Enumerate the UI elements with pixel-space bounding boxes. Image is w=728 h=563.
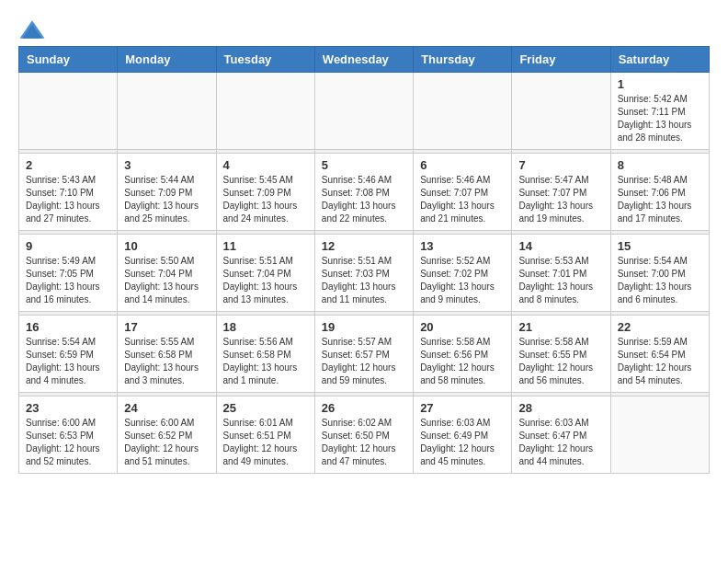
day-number: 6 [420, 158, 505, 172]
calendar-day: 8Sunrise: 5:48 AM Sunset: 7:06 PM Daylig… [610, 154, 709, 231]
day-info: Sunrise: 6:02 AM Sunset: 6:50 PM Dayligh… [322, 417, 406, 468]
day-number: 7 [518, 158, 603, 172]
page-header [18, 18, 710, 40]
day-info: Sunrise: 5:58 AM Sunset: 6:56 PM Dayligh… [420, 336, 505, 387]
day-info: Sunrise: 5:57 AM Sunset: 6:57 PM Dayligh… [322, 336, 406, 387]
calendar-day: 25Sunrise: 6:01 AM Sunset: 6:51 PM Dayli… [216, 396, 314, 474]
day-number: 5 [322, 158, 406, 172]
calendar-day: 6Sunrise: 5:46 AM Sunset: 7:07 PM Daylig… [414, 154, 512, 231]
calendar-week-row: 2Sunrise: 5:43 AM Sunset: 7:10 PM Daylig… [19, 154, 710, 231]
day-info: Sunrise: 5:49 AM Sunset: 7:05 PM Dayligh… [26, 255, 110, 306]
calendar-day [610, 396, 709, 474]
header-wednesday: Wednesday [314, 47, 413, 73]
day-number: 4 [223, 158, 308, 172]
header-saturday: Saturday [610, 47, 709, 73]
day-number: 15 [618, 239, 702, 253]
day-info: Sunrise: 5:52 AM Sunset: 7:02 PM Dayligh… [420, 255, 505, 306]
day-info: Sunrise: 6:01 AM Sunset: 6:51 PM Dayligh… [223, 417, 308, 468]
day-number: 27 [420, 401, 505, 415]
day-info: Sunrise: 5:53 AM Sunset: 7:01 PM Dayligh… [518, 255, 603, 306]
day-info: Sunrise: 6:03 AM Sunset: 6:49 PM Dayligh… [420, 417, 505, 468]
day-info: Sunrise: 5:43 AM Sunset: 7:10 PM Dayligh… [26, 174, 110, 225]
day-info: Sunrise: 5:51 AM Sunset: 7:04 PM Dayligh… [223, 255, 308, 306]
day-number: 16 [26, 320, 110, 334]
day-info: Sunrise: 5:56 AM Sunset: 6:58 PM Dayligh… [223, 336, 308, 387]
calendar-day: 15Sunrise: 5:54 AM Sunset: 7:00 PM Dayli… [610, 235, 709, 312]
day-number: 19 [322, 320, 406, 334]
day-number: 26 [322, 401, 406, 415]
day-info: Sunrise: 5:59 AM Sunset: 6:54 PM Dayligh… [618, 336, 702, 387]
day-info: Sunrise: 5:46 AM Sunset: 7:08 PM Dayligh… [322, 174, 406, 225]
day-info: Sunrise: 5:46 AM Sunset: 7:07 PM Dayligh… [420, 174, 505, 225]
day-number: 8 [618, 158, 702, 172]
day-number: 25 [223, 401, 308, 415]
calendar-day: 2Sunrise: 5:43 AM Sunset: 7:10 PM Daylig… [19, 154, 118, 231]
day-info: Sunrise: 5:45 AM Sunset: 7:09 PM Dayligh… [223, 174, 308, 225]
calendar-day: 1Sunrise: 5:42 AM Sunset: 7:11 PM Daylig… [610, 73, 709, 150]
calendar-day: 21Sunrise: 5:58 AM Sunset: 6:55 PM Dayli… [512, 316, 610, 393]
calendar-day: 24Sunrise: 6:00 AM Sunset: 6:52 PM Dayli… [118, 396, 216, 474]
logo [18, 18, 50, 40]
calendar-day [118, 73, 216, 150]
calendar-day [19, 73, 118, 150]
calendar-week-row: 16Sunrise: 5:54 AM Sunset: 6:59 PM Dayli… [19, 316, 710, 393]
calendar-day: 23Sunrise: 6:00 AM Sunset: 6:53 PM Dayli… [19, 396, 118, 474]
day-info: Sunrise: 5:55 AM Sunset: 6:58 PM Dayligh… [124, 336, 209, 387]
calendar-table: SundayMondayTuesdayWednesdayThursdayFrid… [18, 46, 710, 474]
calendar-day: 22Sunrise: 5:59 AM Sunset: 6:54 PM Dayli… [610, 316, 709, 393]
calendar-week-row: 1Sunrise: 5:42 AM Sunset: 7:11 PM Daylig… [19, 73, 710, 150]
day-info: Sunrise: 6:00 AM Sunset: 6:53 PM Dayligh… [26, 417, 110, 468]
calendar-day: 20Sunrise: 5:58 AM Sunset: 6:56 PM Dayli… [414, 316, 512, 393]
day-number: 10 [124, 239, 209, 253]
day-info: Sunrise: 5:42 AM Sunset: 7:11 PM Dayligh… [618, 93, 702, 144]
day-number: 9 [26, 239, 110, 253]
day-number: 28 [518, 401, 603, 415]
calendar-day: 4Sunrise: 5:45 AM Sunset: 7:09 PM Daylig… [216, 154, 314, 231]
calendar-day [512, 73, 610, 150]
day-number: 14 [518, 239, 603, 253]
day-number: 3 [124, 158, 209, 172]
calendar-day: 17Sunrise: 5:55 AM Sunset: 6:58 PM Dayli… [118, 316, 216, 393]
calendar-day: 27Sunrise: 6:03 AM Sunset: 6:49 PM Dayli… [414, 396, 512, 474]
calendar-day: 14Sunrise: 5:53 AM Sunset: 7:01 PM Dayli… [512, 235, 610, 312]
day-number: 2 [26, 158, 110, 172]
calendar-day: 3Sunrise: 5:44 AM Sunset: 7:09 PM Daylig… [118, 154, 216, 231]
calendar-day [414, 73, 512, 150]
logo-icon [18, 18, 46, 40]
day-number: 17 [124, 320, 209, 334]
day-info: Sunrise: 5:58 AM Sunset: 6:55 PM Dayligh… [518, 336, 603, 387]
calendar-day: 19Sunrise: 5:57 AM Sunset: 6:57 PM Dayli… [314, 316, 413, 393]
day-info: Sunrise: 5:47 AM Sunset: 7:07 PM Dayligh… [518, 174, 603, 225]
day-number: 20 [420, 320, 505, 334]
calendar-day: 9Sunrise: 5:49 AM Sunset: 7:05 PM Daylig… [19, 235, 118, 312]
day-info: Sunrise: 5:54 AM Sunset: 6:59 PM Dayligh… [26, 336, 110, 387]
calendar-header-row: SundayMondayTuesdayWednesdayThursdayFrid… [19, 47, 710, 73]
day-info: Sunrise: 5:48 AM Sunset: 7:06 PM Dayligh… [618, 174, 702, 225]
calendar-day [314, 73, 413, 150]
header-tuesday: Tuesday [216, 47, 314, 73]
day-info: Sunrise: 6:03 AM Sunset: 6:47 PM Dayligh… [518, 417, 603, 468]
calendar-day: 16Sunrise: 5:54 AM Sunset: 6:59 PM Dayli… [19, 316, 118, 393]
calendar-day: 13Sunrise: 5:52 AM Sunset: 7:02 PM Dayli… [414, 235, 512, 312]
day-number: 11 [223, 239, 308, 253]
day-number: 23 [26, 401, 110, 415]
day-info: Sunrise: 5:54 AM Sunset: 7:00 PM Dayligh… [618, 255, 702, 306]
header-sunday: Sunday [19, 47, 118, 73]
day-number: 21 [518, 320, 603, 334]
day-info: Sunrise: 5:44 AM Sunset: 7:09 PM Dayligh… [124, 174, 209, 225]
calendar-day: 11Sunrise: 5:51 AM Sunset: 7:04 PM Dayli… [216, 235, 314, 312]
header-thursday: Thursday [414, 47, 512, 73]
header-friday: Friday [512, 47, 610, 73]
header-monday: Monday [118, 47, 216, 73]
day-number: 24 [124, 401, 209, 415]
calendar-day: 5Sunrise: 5:46 AM Sunset: 7:08 PM Daylig… [314, 154, 413, 231]
day-number: 12 [322, 239, 406, 253]
calendar-day [216, 73, 314, 150]
day-info: Sunrise: 6:00 AM Sunset: 6:52 PM Dayligh… [124, 417, 209, 468]
calendar-week-row: 23Sunrise: 6:00 AM Sunset: 6:53 PM Dayli… [19, 396, 710, 474]
calendar-week-row: 9Sunrise: 5:49 AM Sunset: 7:05 PM Daylig… [19, 235, 710, 312]
calendar-day: 18Sunrise: 5:56 AM Sunset: 6:58 PM Dayli… [216, 316, 314, 393]
day-number: 13 [420, 239, 505, 253]
calendar-day: 28Sunrise: 6:03 AM Sunset: 6:47 PM Dayli… [512, 396, 610, 474]
day-number: 1 [618, 77, 702, 91]
